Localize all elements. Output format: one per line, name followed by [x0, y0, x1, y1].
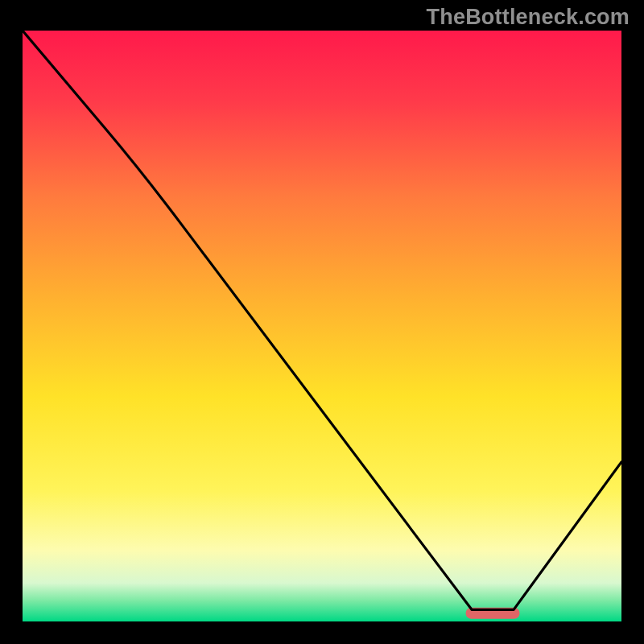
watermark-text: TheBottleneck.com	[427, 5, 630, 30]
plot-area	[23, 31, 621, 621]
gradient-background	[23, 31, 621, 621]
chart-frame: TheBottleneck.com	[0, 0, 644, 644]
chart-svg	[23, 31, 621, 621]
